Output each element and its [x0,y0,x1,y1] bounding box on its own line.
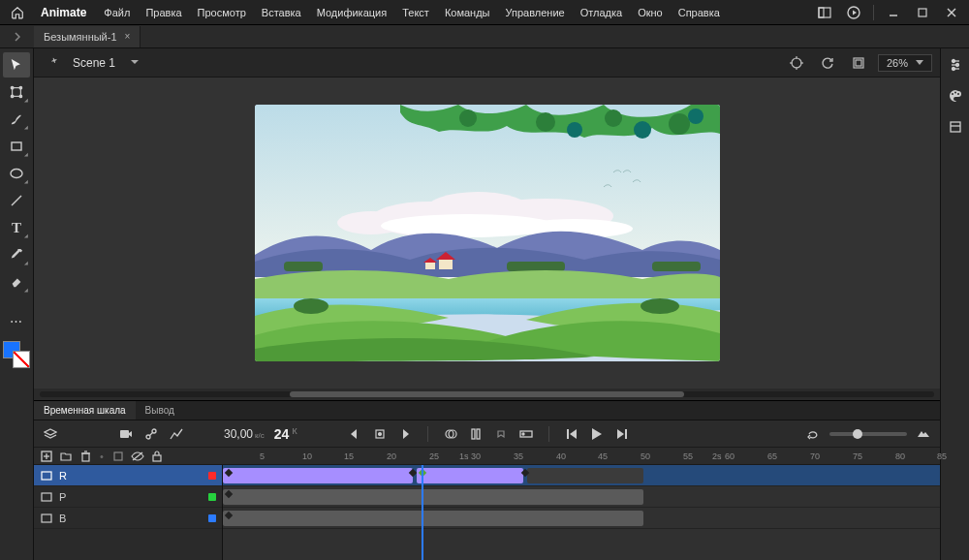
window-close-icon[interactable] [938,3,965,22]
track-row[interactable] [223,486,940,508]
play-button[interactable] [588,425,606,443]
window-maximize-icon[interactable] [909,3,936,22]
library-panel-icon[interactable] [942,114,969,140]
menu-debug[interactable]: Отладка [573,7,630,18]
layer-row[interactable]: B [34,508,222,529]
prev-keyframe-icon[interactable] [346,425,363,443]
chevron-down-icon[interactable] [123,51,146,75]
ruler-tick: 15 [344,451,354,461]
menu-help[interactable]: Справка [671,7,728,18]
tracks-area[interactable] [223,465,940,560]
visibility-icon[interactable] [131,448,144,465]
selection-tool[interactable] [3,52,30,78]
lock-icon[interactable] [150,448,164,465]
color-panel-icon[interactable] [942,83,969,109]
menu-control[interactable]: Управление [498,7,573,18]
menubar: Animate Файл Правка Просмотр Вставка Мод… [0,0,969,25]
timeline-zoom-slider[interactable] [829,432,907,436]
window-minimize-icon[interactable] [880,3,907,22]
stage-hscroll[interactable] [34,389,940,400]
marker-icon[interactable] [492,425,510,443]
layer-row[interactable]: R [34,465,222,486]
svg-rect-33 [425,263,435,269]
menu-modify[interactable]: Модификация [309,7,395,18]
layers-icon[interactable] [42,425,59,443]
playhead[interactable] [422,465,423,560]
tween-span[interactable] [417,468,523,483]
scene-name[interactable]: Scene 1 [65,56,123,70]
menu-window[interactable]: Окно [630,7,671,18]
close-icon[interactable]: × [125,31,131,42]
color-swatches[interactable] [3,341,30,368]
zoom-field[interactable]: 26% [878,54,932,72]
svg-point-10 [11,95,14,98]
tab-output[interactable]: Вывод [136,401,184,420]
loop-icon[interactable] [804,425,822,443]
step-back-icon[interactable] [563,425,580,443]
scrollbar-thumb[interactable] [290,391,683,397]
tween-span[interactable] [223,468,413,483]
layer-row[interactable]: P [34,486,222,508]
highlight-layers-icon[interactable] [111,448,125,465]
ruler-tick: 45 [598,451,608,461]
document-tab[interactable]: Безымянный-1 × [34,26,141,47]
layer-name: R [59,470,67,482]
rectangle-tool[interactable]: ◢ [3,134,30,159]
menu-view[interactable]: Просмотр [190,7,254,18]
next-keyframe-icon[interactable] [396,425,414,443]
text-tool[interactable]: T◢ [3,215,30,240]
free-transform-tool[interactable]: ◢ [3,79,30,105]
center-stage-icon[interactable] [785,51,808,75]
fit-timeline-icon[interactable] [915,425,932,443]
frame-unit: К [292,426,297,436]
tween-span[interactable] [223,489,643,505]
rotate-view-icon[interactable] [816,51,839,75]
line-tool[interactable] [3,188,30,213]
onion-skin-icon[interactable] [442,425,459,443]
menu-commands[interactable]: Команды [437,7,498,18]
oval-tool[interactable]: ◢ [3,161,30,186]
menu-text[interactable]: Текст [394,7,437,18]
layer-name: P [59,491,66,503]
new-layer-icon[interactable] [40,448,53,465]
stage[interactable] [34,78,940,389]
fill-color-swatch[interactable] [13,351,30,368]
menu-insert[interactable]: Вставка [254,7,309,18]
eyedropper-tool[interactable]: ◢ [3,242,30,267]
home-icon[interactable] [4,0,31,25]
step-forward-icon[interactable] [613,425,631,443]
create-tween-icon[interactable] [517,425,535,443]
current-frame-display[interactable]: 24 К [274,426,297,442]
canvas[interactable] [255,105,720,361]
tab-timeline[interactable]: Временная шкала [34,401,136,420]
play-icon[interactable] [840,3,867,22]
layer-depth-icon[interactable] [142,425,160,443]
scene-icon[interactable] [42,51,65,75]
fps-display[interactable]: 30,00 к/с [224,427,265,441]
properties-panel-icon[interactable] [942,52,969,78]
clip-view-icon[interactable] [847,51,870,75]
camera-icon[interactable] [117,425,135,443]
menu-edit[interactable]: Правка [138,7,189,18]
tween-span[interactable] [223,511,643,526]
new-folder-icon[interactable] [59,448,73,465]
slider-knob[interactable] [853,429,862,439]
track-row[interactable] [223,465,940,486]
svg-rect-32 [439,260,453,269]
tween-span[interactable] [527,468,643,483]
insert-keyframe-icon[interactable] [371,425,389,443]
ruler-tick: 10 [302,451,312,461]
track-row[interactable] [223,508,940,529]
svg-point-9 [19,86,22,89]
workspace-switcher-icon[interactable] [811,3,838,22]
frame-ruler[interactable]: 5101520251s3035404550552s606570758085 [223,448,940,465]
brush-tool[interactable]: ◢ [3,107,30,132]
more-tools-icon[interactable]: ⋯ [3,308,30,333]
ruler-tick: 50 [641,451,650,461]
delete-layer-icon[interactable] [78,448,92,465]
graph-icon[interactable] [168,425,185,443]
doctab-menu-icon[interactable] [0,32,34,42]
eraser-tool[interactable]: ◢ [3,269,30,295]
edit-multiple-icon[interactable] [467,425,484,443]
menu-file[interactable]: Файл [96,7,138,18]
